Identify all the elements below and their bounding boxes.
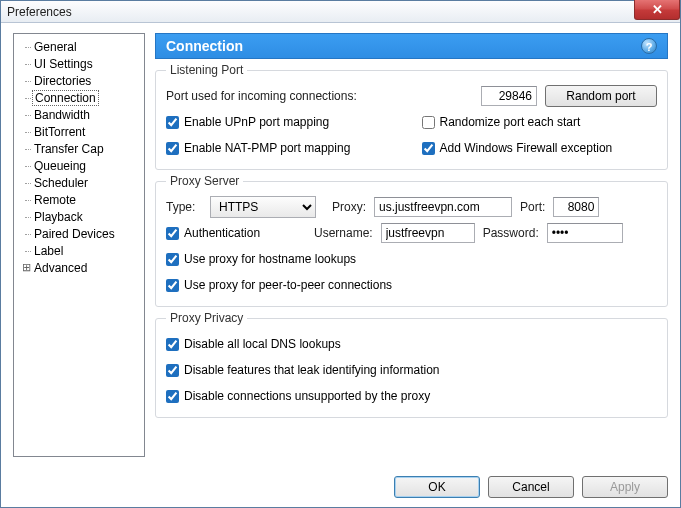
tree-item-label[interactable]: Label — [16, 242, 142, 259]
tree-item-remote[interactable]: Remote — [16, 191, 142, 208]
disable-dns-checkbox[interactable] — [166, 338, 179, 351]
category-tree[interactable]: General UI Settings Directories Connecti… — [13, 33, 145, 457]
tree-item-scheduler[interactable]: Scheduler — [16, 174, 142, 191]
dialog-footer: OK Cancel Apply — [1, 467, 680, 507]
listening-legend: Listening Port — [166, 63, 247, 77]
listening-port-group: Listening Port Port used for incoming co… — [155, 63, 668, 170]
port-label: Port used for incoming connections: — [166, 89, 473, 103]
proxy-label: Proxy: — [332, 200, 366, 214]
proxy-port-input[interactable] — [553, 197, 599, 217]
firewall-label: Add Windows Firewall exception — [440, 141, 613, 155]
tree-item-connection[interactable]: Connection — [16, 89, 142, 106]
tree-item-queueing[interactable]: Queueing — [16, 157, 142, 174]
upnp-label: Enable UPnP port mapping — [184, 115, 329, 129]
close-icon: ✕ — [652, 2, 663, 17]
proxy-server-group: Proxy Server Type: HTTPS Proxy: Port: Au… — [155, 174, 668, 307]
proxy-legend: Proxy Server — [166, 174, 243, 188]
disable-unsupported-label: Disable connections unsupported by the p… — [184, 389, 430, 403]
random-port-button[interactable]: Random port — [545, 85, 657, 107]
password-input[interactable] — [547, 223, 623, 243]
username-label: Username: — [314, 226, 373, 240]
hostname-lookup-checkbox[interactable] — [166, 253, 179, 266]
disable-dns-label: Disable all local DNS lookups — [184, 337, 341, 351]
tree-item-general[interactable]: General — [16, 38, 142, 55]
cancel-button[interactable]: Cancel — [488, 476, 574, 498]
main-panel: Connection ? Listening Port Port used fo… — [155, 33, 668, 457]
p2p-proxy-checkbox[interactable] — [166, 279, 179, 292]
tree-item-advanced[interactable]: ⊞Advanced — [16, 259, 142, 276]
expand-icon[interactable]: ⊞ — [20, 262, 32, 273]
type-label: Type: — [166, 200, 202, 214]
username-input[interactable] — [381, 223, 475, 243]
window-title: Preferences — [7, 5, 72, 19]
disable-leak-label: Disable features that leak identifying i… — [184, 363, 439, 377]
titlebar: Preferences ✕ — [1, 1, 680, 23]
body: General UI Settings Directories Connecti… — [1, 23, 680, 467]
port-input[interactable] — [481, 86, 537, 106]
password-label: Password: — [483, 226, 539, 240]
disable-unsupported-checkbox[interactable] — [166, 390, 179, 403]
tree-item-transfer-cap[interactable]: Transfer Cap — [16, 140, 142, 157]
apply-button[interactable]: Apply — [582, 476, 668, 498]
disable-leak-checkbox[interactable] — [166, 364, 179, 377]
ok-button[interactable]: OK — [394, 476, 480, 498]
randomize-label: Randomize port each start — [440, 115, 581, 129]
firewall-checkbox[interactable] — [422, 142, 435, 155]
upnp-checkbox[interactable] — [166, 116, 179, 129]
hostname-lookup-label: Use proxy for hostname lookups — [184, 252, 356, 266]
natpmp-checkbox[interactable] — [166, 142, 179, 155]
close-button[interactable]: ✕ — [634, 0, 680, 20]
proxy-type-select[interactable]: HTTPS — [210, 196, 316, 218]
section-banner: Connection ? — [155, 33, 668, 59]
tree-item-bittorrent[interactable]: BitTorrent — [16, 123, 142, 140]
p2p-proxy-label: Use proxy for peer-to-peer connections — [184, 278, 392, 292]
tree-item-playback[interactable]: Playback — [16, 208, 142, 225]
proxy-privacy-group: Proxy Privacy Disable all local DNS look… — [155, 311, 668, 418]
tree-item-ui-settings[interactable]: UI Settings — [16, 55, 142, 72]
proxy-host-input[interactable] — [374, 197, 512, 217]
auth-checkbox[interactable] — [166, 227, 179, 240]
tree-item-directories[interactable]: Directories — [16, 72, 142, 89]
proxy-port-label: Port: — [520, 200, 545, 214]
preferences-window: Preferences ✕ General UI Settings Direct… — [0, 0, 681, 508]
auth-label: Authentication — [184, 226, 260, 240]
tree-item-paired-devices[interactable]: Paired Devices — [16, 225, 142, 242]
section-title: Connection — [166, 34, 243, 58]
natpmp-label: Enable NAT-PMP port mapping — [184, 141, 350, 155]
randomize-checkbox[interactable] — [422, 116, 435, 129]
privacy-legend: Proxy Privacy — [166, 311, 247, 325]
help-icon[interactable]: ? — [641, 38, 657, 54]
tree-item-bandwidth[interactable]: Bandwidth — [16, 106, 142, 123]
